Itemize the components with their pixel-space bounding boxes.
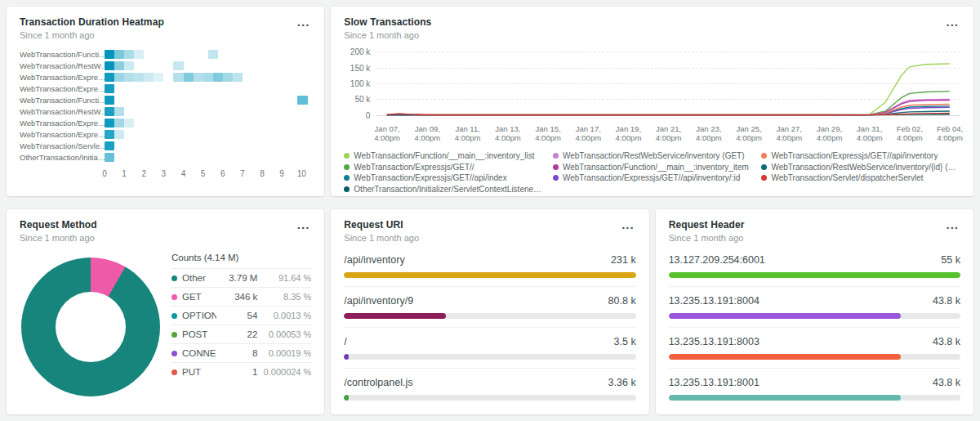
facet-label-row: /controlpanel.js3.36 k bbox=[344, 377, 635, 388]
legend-item[interactable]: WebTransaction/Expressjs/GET//api/invent… bbox=[553, 172, 752, 184]
panel-title: Request Header bbox=[669, 219, 745, 231]
method-legend-row[interactable]: GET346 k8.35 % bbox=[172, 287, 311, 306]
heatmap-cell[interactable] bbox=[297, 96, 307, 105]
heatmap-row-label: WebTransaction/Expre… bbox=[20, 73, 105, 82]
legend-item[interactable]: WebTransaction/RestWebService/inventory … bbox=[553, 150, 752, 162]
method-legend-row[interactable]: CONNECT80.00019 % bbox=[172, 343, 311, 362]
panel-menu-icon[interactable]: ... bbox=[944, 219, 960, 234]
facet-bar-row[interactable]: 13.127.209.254:600155 k bbox=[669, 246, 960, 278]
x-tick-date: Jan 19, bbox=[616, 124, 642, 133]
facet-bar-track bbox=[669, 395, 960, 401]
panel-menu-icon[interactable]: ... bbox=[944, 16, 960, 31]
heatmap-cell[interactable] bbox=[105, 153, 114, 162]
panel-header: Request URI Since 1 month ago ... bbox=[344, 219, 635, 243]
heatmap-row: WebTransaction/RestW… bbox=[20, 105, 311, 117]
method-legend-row[interactable]: POST220.00053 % bbox=[172, 325, 311, 343]
panel-transaction-duration-heatmap: Transaction Duration Heatmap Since 1 mon… bbox=[7, 7, 324, 196]
facet-bar-row[interactable]: /api/inventory/980.8 k bbox=[344, 286, 635, 319]
method-legend-row[interactable]: Other3.79 M91.64 % bbox=[172, 268, 311, 287]
heatmap-row: WebTransaction/Servle… bbox=[20, 140, 311, 151]
legend-item[interactable]: WebTransaction/Function/__main__:invento… bbox=[553, 162, 752, 173]
legend-item[interactable]: WebTransaction/Expressjs/GET//api/index bbox=[344, 172, 543, 184]
heatmap-cell[interactable] bbox=[105, 107, 114, 116]
panel-heading-text: Transaction Duration Heatmap Since 1 mon… bbox=[20, 16, 164, 40]
panel-menu-icon[interactable]: ... bbox=[296, 16, 312, 31]
heatmap-cell[interactable] bbox=[203, 73, 213, 82]
heatmap-cell[interactable] bbox=[114, 50, 124, 59]
method-count: 1 bbox=[221, 367, 257, 377]
heatmap-cell[interactable] bbox=[208, 50, 218, 59]
facet-label-row: /3.5 k bbox=[344, 336, 635, 347]
heatmap-row: WebTransaction/Functi… bbox=[20, 94, 311, 105]
heatmap-cell[interactable] bbox=[114, 130, 124, 139]
heatmap-cell[interactable] bbox=[114, 73, 124, 82]
facet-bar-row[interactable]: 13.235.13.191:800443.8 k bbox=[669, 286, 960, 319]
heatmap-cell[interactable] bbox=[184, 73, 194, 82]
heatmap-cell[interactable] bbox=[105, 119, 114, 128]
heatmap-cell[interactable] bbox=[154, 73, 163, 82]
x-tick-time: 4:00pm bbox=[897, 133, 923, 142]
panel-menu-icon[interactable]: ... bbox=[296, 219, 312, 234]
panel-menu-icon[interactable]: ... bbox=[620, 219, 636, 234]
heatmap-cell[interactable] bbox=[173, 61, 183, 70]
heatmap-cell[interactable] bbox=[105, 141, 114, 150]
heatmap-cell[interactable] bbox=[114, 107, 124, 116]
y-axis-tick-label: 150 k bbox=[350, 63, 370, 72]
heatmap-cell[interactable] bbox=[223, 73, 233, 82]
heatmap-cell[interactable] bbox=[134, 50, 144, 59]
legend-column: WebTransaction/RestWebService/inventory … bbox=[553, 150, 752, 195]
panel-subtitle: Since 1 month ago bbox=[344, 233, 419, 243]
panel-heading-text: Request URI Since 1 month ago bbox=[344, 219, 419, 243]
legend-item[interactable]: WebTransaction/Expressjs/GET// bbox=[344, 162, 543, 173]
method-legend-row[interactable]: OPTIONS540.0013 % bbox=[172, 306, 311, 325]
heatmap-cell[interactable] bbox=[124, 119, 134, 128]
heatmap-cell[interactable] bbox=[144, 73, 154, 82]
facet-bar-row[interactable]: 13.235.13.191:800343.8 k bbox=[669, 327, 960, 360]
heatmap-cell[interactable] bbox=[233, 73, 243, 82]
heatmap-cell[interactable] bbox=[105, 73, 114, 82]
heatmap-cell[interactable] bbox=[114, 119, 124, 128]
legend-label: WebTransaction/Expressjs/GET//api/invent… bbox=[771, 151, 938, 160]
legend-item[interactable]: WebTransaction/Function/__main__:invento… bbox=[344, 150, 543, 162]
legend-item[interactable]: OtherTransaction/Initializer/ServletCont… bbox=[344, 184, 543, 195]
facet-bar-row[interactable]: /3.5 k bbox=[344, 327, 635, 360]
facet-value: 231 k bbox=[611, 254, 636, 266]
heatmap-cell[interactable] bbox=[105, 84, 114, 93]
legend-dot bbox=[344, 186, 350, 192]
heatmap-x-tick-label: 1 bbox=[122, 169, 127, 178]
heatmap-cell[interactable] bbox=[124, 73, 134, 82]
heatmap-cell[interactable] bbox=[194, 73, 203, 82]
facet-label: /api/inventory bbox=[344, 254, 404, 266]
facet-bar-row[interactable]: /controlpanel.js3.36 k bbox=[344, 368, 635, 401]
method-name: POST bbox=[182, 329, 216, 339]
heatmap-cell[interactable] bbox=[105, 130, 114, 139]
heatmap-cell[interactable] bbox=[124, 61, 134, 70]
heatmap-row-label: OtherTransaction/Initia… bbox=[20, 153, 105, 162]
panel-subtitle: Since 1 month ago bbox=[669, 233, 745, 243]
facet-bar-row[interactable]: 13.235.13.191:800143.8 k bbox=[669, 368, 960, 401]
x-axis-tick-label: Jan 27,4:00pm bbox=[776, 124, 802, 143]
heatmap-cell[interactable] bbox=[213, 73, 223, 82]
dashboard: Transaction Duration Heatmap Since 1 mon… bbox=[0, 0, 980, 421]
legend-item[interactable]: WebTransaction/Servlet/dispatcherServlet bbox=[761, 172, 960, 184]
heatmap-cell[interactable] bbox=[134, 73, 144, 82]
line-series bbox=[387, 113, 950, 114]
x-tick-time: 4:00pm bbox=[696, 133, 722, 142]
method-legend-row[interactable]: PUT10.000024 % bbox=[172, 362, 311, 381]
facet-bar-row[interactable]: /api/inventory231 k bbox=[344, 246, 635, 278]
donut-chart[interactable] bbox=[21, 258, 160, 396]
legend-dot bbox=[172, 313, 177, 319]
heatmap-axis-spacer bbox=[20, 169, 105, 181]
facet-label: /api/inventory/9 bbox=[344, 295, 413, 307]
facet-label: 13.235.13.191:8004 bbox=[669, 295, 760, 307]
heatmap-cell[interactable] bbox=[105, 50, 114, 59]
heatmap-row-label: WebTransaction/Expre… bbox=[20, 119, 105, 128]
heatmap-cell[interactable] bbox=[105, 61, 114, 70]
heatmap-cell[interactable] bbox=[105, 96, 114, 105]
heatmap-cell[interactable] bbox=[124, 50, 134, 59]
legend-item[interactable]: WebTransaction/RestWebService/inventory/… bbox=[761, 162, 960, 173]
heatmap-row-cells bbox=[105, 152, 311, 162]
heatmap-cell[interactable] bbox=[173, 73, 183, 82]
heatmap-cell[interactable] bbox=[114, 61, 124, 70]
legend-item[interactable]: WebTransaction/Expressjs/GET//api/invent… bbox=[761, 150, 960, 162]
